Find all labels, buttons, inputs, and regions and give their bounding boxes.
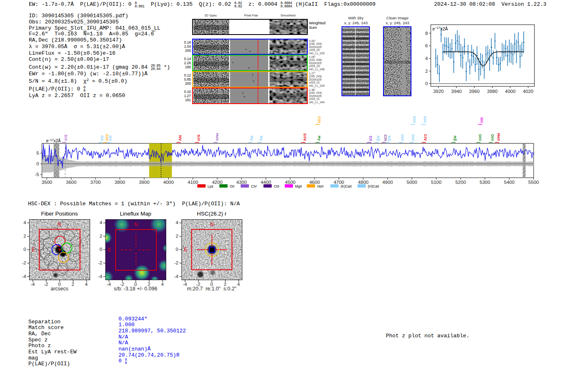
svg-text:3700: 3700 [90,180,101,185]
svg-text:8: 8 [425,31,428,36]
svg-text:5300: 5300 [480,180,490,185]
svg-text:Lyα: Lyα [208,184,214,188]
svg-text:5400: 5400 [504,180,515,185]
svg-text:5500: 5500 [528,180,539,185]
svg-text:5: 5 [37,151,39,155]
svg-text:e−17x2Å: e−17x2Å [432,26,448,31]
svg-text:6: 6 [425,43,428,48]
svg-text:4: 4 [425,56,428,61]
svg-text:3980: 3980 [487,89,498,94]
svg-text:CIII: CIII [274,184,279,188]
svg-text:OII: OII [230,184,234,188]
svg-text:0: 0 [37,161,39,166]
svg-text:HeII: HeII [317,184,324,188]
svg-text:4000: 4000 [163,180,174,185]
svg-text:CIV: CIV [251,184,257,188]
svg-text:3960: 3960 [469,89,480,94]
svg-text:3940: 3940 [451,89,462,94]
svg-text:3900: 3900 [139,180,150,185]
svg-text:5100: 5100 [431,180,442,185]
svg-text:3600: 3600 [66,180,77,185]
svg-text:5000: 5000 [406,180,417,185]
svg-text:5200: 5200 [455,180,466,185]
svg-text:4000: 4000 [505,89,516,94]
svg-text:3800: 3800 [115,180,125,185]
svg-text:e−17x2Å: e−17x2Å [46,138,61,144]
svg-text:(H)CaII: (H)CaII [368,184,379,188]
svg-text:2: 2 [425,69,428,74]
svg-text:0: 0 [425,81,428,86]
svg-text:(K)CaII: (K)CaII [341,184,352,188]
svg-text:MgII: MgII [295,184,302,188]
svg-text:3920: 3920 [433,89,444,94]
svg-text:3500: 3500 [42,180,52,185]
svg-text:4020: 4020 [523,89,534,94]
svg-text:-5: -5 [35,172,39,177]
